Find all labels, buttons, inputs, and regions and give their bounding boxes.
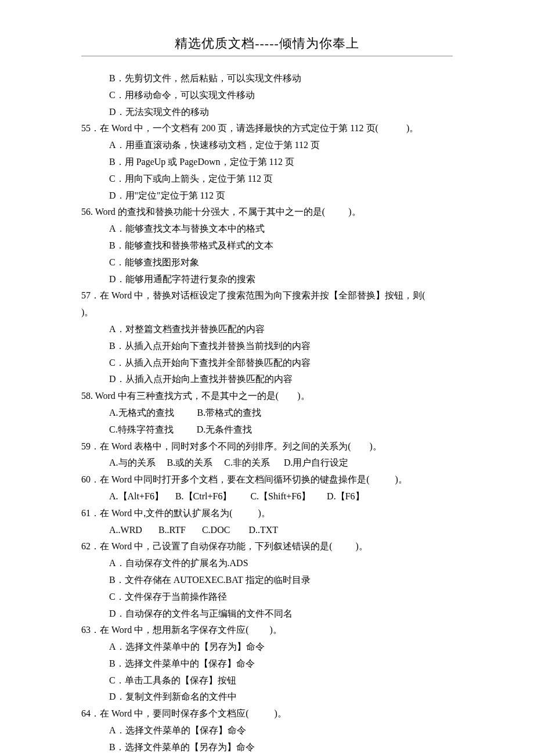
option-line: C．从插入点开始向下查找并全部替换匹配的内容 bbox=[81, 355, 453, 372]
option-line: A..WRD B..RTF C.DOC D..TXT bbox=[81, 522, 453, 539]
option-line: A．对整篇文档查找并替换匹配的内容 bbox=[81, 321, 453, 338]
option-line: A．选择文件菜单的【保存】命令 bbox=[81, 722, 453, 739]
option-line: C．用向下或向上箭头，定位于第 112 页 bbox=[81, 171, 453, 188]
option-line: B．选择文件菜单的【另存为】命令 bbox=[81, 739, 453, 756]
option-line: D．能够用通配字符进行复杂的搜索 bbox=[81, 271, 453, 288]
question-line: 58. Word 中有三种查找方式，不是其中之一的是( )。 bbox=[81, 388, 453, 405]
option-line: B．选择文件菜单中的【保存】命令 bbox=[81, 656, 453, 672]
page-header: 精选优质文档-----倾情为你奉上 bbox=[81, 35, 453, 52]
document-page: 精选优质文档-----倾情为你奉上 B．先剪切文件，然后粘贴，可以实现文件移动C… bbox=[0, 0, 534, 756]
option-line: D．自动保存的文件名与正编辑的文件不同名 bbox=[81, 606, 453, 622]
option-line: B．从插入点开始向下查找并替换当前找到的内容 bbox=[81, 338, 453, 355]
question-line: 60．在 Word 中同时打开多个文档，要在文档间循环切换的键盘操作是( )。 bbox=[81, 471, 453, 488]
option-line: C．能够查找图形对象 bbox=[81, 254, 453, 271]
option-line: A.无格式的查找 B.带格式的查找 bbox=[81, 405, 453, 422]
option-line: D．无法实现文件的移动 bbox=[81, 104, 453, 121]
question-line: 55．在 Word 中，一个文档有 200 页，请选择最快的方式定位于第 112… bbox=[81, 120, 453, 137]
option-line: A.【Alt+F6】 B.【Ctrl+F6】 C.【Shift+F6】 D.【F… bbox=[81, 488, 453, 505]
option-line: A.与的关系 B.或的关系 C.非的关系 D.用户自行设定 bbox=[81, 455, 453, 471]
option-line: A．选择文件菜单中的【另存为】命令 bbox=[81, 639, 453, 656]
document-content: B．先剪切文件，然后粘贴，可以实现文件移动C．用移动命令，可以实现文件移动D．无… bbox=[81, 70, 453, 756]
question-line: 56. Word 的查找和替换功能十分强大，不属于其中之一的是( )。 bbox=[81, 204, 453, 221]
question-line: 62．在 Word 中，己设置了自动保存功能，下列叙述错误的是( )。 bbox=[81, 538, 453, 555]
question-line: 61．在 Word 中,文件的默认扩展名为( )。 bbox=[81, 505, 453, 522]
header-divider bbox=[81, 56, 453, 56]
option-line: B．先剪切文件，然后粘贴，可以实现文件移动 bbox=[81, 70, 453, 87]
option-line: D．复制文件到新命名的文件中 bbox=[81, 689, 453, 705]
option-line: C.特殊字符查找 D.无条件查找 bbox=[81, 422, 453, 438]
question-line: 59．在 Word 表格中，同时对多个不同的列排序。列之间的关系为( )。 bbox=[81, 438, 453, 455]
question-line: 57．在 Word 中，替换对话框设定了搜索范围为向下搜索并按【全部替换】按钮，… bbox=[81, 287, 453, 321]
option-line: D．从插入点开始向上查找并替换匹配的内容 bbox=[81, 371, 453, 388]
option-line: C．单击工具条的【保存】按钮 bbox=[81, 672, 453, 689]
question-line: 64．在 Word 中，要同时保存多个文档应( )。 bbox=[81, 705, 453, 722]
question-line: 63．在 Word 中，想用新名字保存文件应( )。 bbox=[81, 622, 453, 639]
option-line: D．用"定位"定位于第 112 页 bbox=[81, 188, 453, 204]
option-line: A．自动保存文件的扩展名为.ADS bbox=[81, 555, 453, 572]
option-line: A．能够查找文本与替换文本中的格式 bbox=[81, 221, 453, 237]
option-line: B．用 PageUp 或 PageDown，定位于第 112 页 bbox=[81, 154, 453, 171]
option-line: C．文件保存于当前操作路径 bbox=[81, 589, 453, 606]
option-line: B．能够查找和替换带格式及样式的文本 bbox=[81, 237, 453, 254]
option-line: A．用垂直滚动条，快速移动文档，定位于第 112 页 bbox=[81, 137, 453, 154]
option-line: B．文件存储在 AUTOEXEC.BAT 指定的临时目录 bbox=[81, 572, 453, 589]
option-line: C．用移动命令，可以实现文件移动 bbox=[81, 87, 453, 104]
